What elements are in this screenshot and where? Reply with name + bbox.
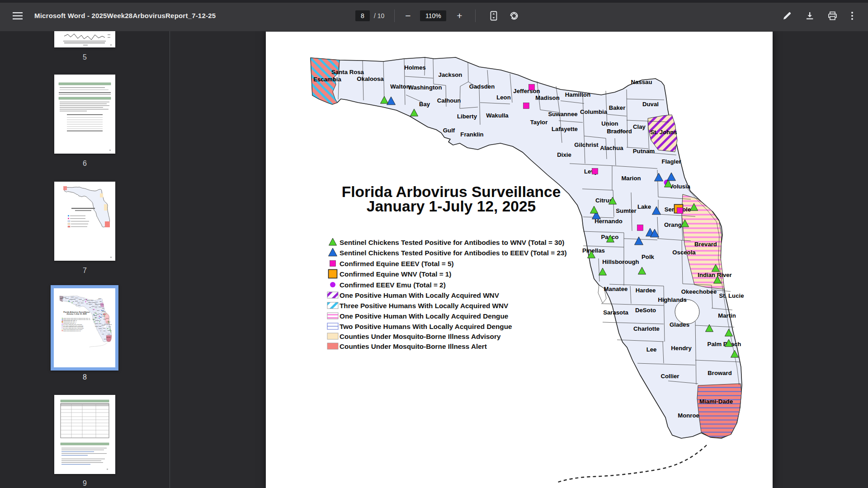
county-label-madison: Madison	[535, 94, 559, 101]
thumbnail-label-6: 6	[54, 160, 115, 168]
thumbnail-page-8-selected[interactable]	[51, 285, 118, 371]
map-title: Florida Arbovirus SurveillanceJanuary 1-…	[342, 183, 561, 215]
legend-item-blue-triangle: Sentinel Chickens Tested Positive for An…	[329, 248, 567, 257]
county-label-hardee: Hardee	[636, 287, 656, 294]
legend-label: Sentinel Chickens Tested Positive for An…	[340, 239, 564, 246]
thumbnail-page-9[interactable]	[54, 395, 115, 474]
county-label-okaloosa: Okaloosa	[357, 75, 384, 82]
county-label-glades: Glades	[670, 321, 689, 328]
page-number-input[interactable]: 8	[355, 10, 370, 21]
legend-item-green-triangle: Sentinel Chickens Tested Positive for An…	[329, 238, 564, 246]
legend-label: Counties Under Mosquito-Borne Illness Ad…	[340, 333, 501, 340]
county-label-okeechobee: Okeechobee	[681, 288, 717, 295]
county-label-hillsborough: Hillsborough	[602, 258, 639, 265]
county-label-duval: Duval	[642, 101, 659, 108]
thumbnail-sidebar: 5 6	[0, 31, 170, 488]
county-label-putnam: Putnam	[633, 148, 655, 155]
county-label-washington: Washington	[408, 84, 442, 91]
county-label-polk: Polk	[642, 253, 655, 260]
map-title-line2: January 1-July 12, 2025	[367, 198, 536, 215]
county-label-nassau: Nassau	[631, 79, 652, 85]
toolbar-divider	[394, 9, 395, 22]
county-label-broward: Broward	[708, 370, 732, 376]
county-label-wakulla: Wakulla	[486, 112, 509, 119]
county-label-indian-river: Indian River	[698, 272, 731, 278]
county-label-bradford: Bradford	[607, 128, 632, 135]
rotate-icon[interactable]	[507, 9, 521, 23]
fit-page-icon[interactable]	[487, 9, 500, 23]
county-label-bay: Bay	[419, 101, 430, 108]
county-label-calhoun: Calhoun	[437, 97, 461, 104]
lake-okeechobee	[675, 300, 699, 324]
county-label-hendry: Hendry	[671, 345, 692, 352]
toolbar-divider	[475, 9, 476, 22]
county-label-clay: Clay	[633, 123, 646, 130]
county-label-hamilton: Hamilton	[565, 91, 590, 98]
print-icon[interactable]	[826, 9, 839, 22]
county-label-monroe: Monroe	[678, 412, 699, 419]
county-label-manatee: Manatee	[604, 286, 628, 292]
legend-label: Counties Under Mosquito-Borne Illness Al…	[340, 343, 487, 350]
county-label-leon: Leon	[496, 94, 511, 101]
county-label-lee: Lee	[646, 346, 657, 353]
county-label-lake: Lake	[637, 203, 651, 210]
legend-label: Confirmed EEEV Emu (Total = 2)	[340, 281, 446, 289]
zoom-level-input[interactable]: 110%	[420, 10, 446, 21]
county-miami-dade-alert	[697, 384, 741, 438]
county-label-gilchrist: Gilchrist	[574, 141, 599, 148]
window-top-edge	[0, 0, 868, 3]
county-label-collier: Collier	[660, 373, 679, 380]
legend-label: Confirmed Equine EEEV (Total = 5)	[340, 260, 454, 267]
county-label-sumter: Sumter	[616, 207, 636, 214]
legend-item-orange-square: Confirmed Equine WNV (Total = 1)	[329, 270, 452, 278]
thumbnail-page-5[interactable]	[54, 31, 115, 47]
thumbnail-page-7[interactable]	[54, 182, 115, 261]
legend-item-blue-lines: Two Positive Humans With Locally Acquire…	[327, 323, 512, 330]
county-label-lafayette: Lafayette	[552, 126, 578, 132]
county-label-suwannee: Suwannee	[548, 111, 577, 117]
legend-label: Sentinel Chickens Tested Positive for An…	[340, 249, 567, 257]
county-label-baker: Baker	[609, 104, 626, 111]
legend-item-alert-fill: Counties Under Mosquito-Borne Illness Al…	[327, 343, 487, 350]
county-label-palm-beach: Palm Beach	[708, 341, 741, 347]
county-label-gulf: Gulf	[443, 127, 455, 134]
legend-label: One Positive Human With Locally Acquired…	[340, 291, 500, 299]
county-label-st-johns: St. Johns	[650, 129, 677, 136]
page-count-label: / 10	[374, 12, 384, 19]
thumbnail-label-5: 5	[54, 53, 115, 61]
county-label-columbia: Columbia	[580, 108, 608, 115]
legend-item-purple-circle: Confirmed EEEV Emu (Total = 2)	[330, 281, 446, 289]
county-label-st-lucie: St. Lucie	[719, 292, 744, 299]
county-label-pinellas: Pinellas	[582, 247, 605, 254]
county-label-franklin: Franklin	[460, 131, 483, 138]
legend-item-cyan-stripes: Three Positive Humans With Locally Acqui…	[327, 302, 509, 310]
menu-icon[interactable]	[11, 10, 24, 21]
document-viewer: Florida Arbovirus SurveillanceJanuary 1-…	[170, 31, 868, 488]
zoom-out-button[interactable]: −	[402, 9, 414, 23]
county-label-osceola: Osceola	[672, 249, 696, 256]
edit-pencil-icon[interactable]	[781, 9, 793, 22]
county-label-jackson: Jackson	[439, 71, 462, 78]
county-label-volusia: Volusia	[670, 183, 691, 190]
thumbnail-label-7: 7	[54, 267, 115, 275]
florida-arbovirus-map: Florida Arbovirus SurveillanceJanuary 1-…	[266, 32, 773, 488]
zoom-in-button[interactable]: +	[453, 9, 465, 23]
county-label-jefferson: Jefferson	[513, 88, 540, 94]
county-label-martin: Martin	[718, 312, 736, 319]
legend-label: One Positive Human With Locally Acquired…	[340, 312, 508, 320]
county-label-alachua: Alachua	[600, 145, 623, 151]
county-label-dixie: Dixie	[557, 151, 571, 158]
florida-keys	[558, 445, 707, 482]
document-page-8: Florida Arbovirus SurveillanceJanuary 1-…	[266, 32, 773, 488]
legend-label: Two Positive Humans With Locally Acquire…	[340, 323, 512, 330]
legend-label: Confirmed Equine WNV (Total = 1)	[340, 270, 451, 278]
map-legend: Sentinel Chickens Tested Positive for An…	[327, 238, 567, 350]
pdf-viewer-toolbar: Microsoft Word - 2025Week28ArbovirusRepo…	[0, 0, 868, 31]
download-icon[interactable]	[803, 9, 816, 22]
thumbnail-page-6[interactable]	[54, 75, 115, 154]
county-label-santa-rosa: Santa Rosa	[331, 69, 364, 75]
county-label-charlotte: Charlotte	[633, 325, 660, 332]
county-label-desoto: DeSoto	[635, 307, 656, 314]
county-label-union: Union	[601, 120, 618, 127]
more-options-icon[interactable]	[849, 9, 855, 22]
